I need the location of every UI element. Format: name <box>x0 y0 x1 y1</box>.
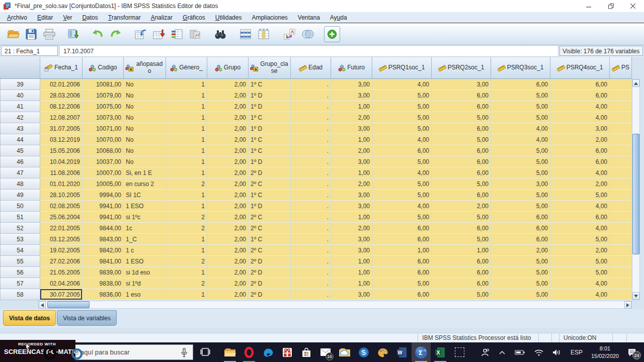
cell-anopasado[interactable]: No <box>124 134 166 145</box>
cell-genero[interactable]: 1 <box>166 167 207 178</box>
cell-value-field[interactable]: 17.10.2007 <box>59 45 558 57</box>
language-indicator[interactable]: ESP <box>566 342 587 362</box>
cell-ps[interactable] <box>610 267 632 278</box>
row-number[interactable]: 41 <box>0 101 40 112</box>
cell-psrq4[interactable]: 5,00 <box>550 267 610 278</box>
cell-fecha[interactable]: 28.03.2006 <box>40 90 83 101</box>
cell-psrq4[interactable]: 3,00 <box>550 123 610 134</box>
scroll-left-arrow-icon[interactable] <box>39 301 46 309</box>
row-number[interactable]: 56 <box>0 267 40 278</box>
cell-psrq3[interactable]: 3,00 <box>491 178 550 190</box>
row-number[interactable]: 52 <box>0 223 40 234</box>
cell-psrq1[interactable]: 5,00 <box>372 101 432 112</box>
cell-psrq4[interactable]: 2,00 <box>550 178 610 190</box>
cell-codigo[interactable]: 9843,00 <box>83 234 124 245</box>
cell-clase[interactable]: 2º C <box>249 245 291 256</box>
row-number[interactable]: 57 <box>0 278 40 289</box>
use-variable-sets-icon[interactable] <box>299 26 317 43</box>
cell-ps[interactable] <box>610 190 632 201</box>
cell-psrq4[interactable]: 6,00 <box>550 212 610 223</box>
vertical-scroll-thumb[interactable] <box>632 134 639 254</box>
row-number[interactable]: 45 <box>0 145 40 156</box>
cell-genero[interactable]: 1 <box>166 267 207 278</box>
cell-genero[interactable]: 1 <box>166 190 207 201</box>
column-header-edad[interactable]: Edad <box>291 57 331 79</box>
cell-clase[interactable]: 2º D <box>249 256 291 267</box>
cell-codigo[interactable]: 10007,00 <box>83 167 124 178</box>
cell-psrq1[interactable]: 5,00 <box>372 278 432 289</box>
cell-edad[interactable]: . <box>291 212 331 223</box>
cell-futuro[interactable]: 3,00 <box>331 234 372 245</box>
cell-edad[interactable]: . <box>291 267 331 278</box>
cell-anopasado[interactable]: 1 ESO <box>124 256 166 267</box>
cell-psrq3[interactable]: 5,00 <box>491 101 550 112</box>
insert-variable-icon[interactable] <box>255 26 273 43</box>
cell-codigo[interactable]: 10081,00 <box>83 79 124 90</box>
cell-anopasado[interactable]: en curso 2 <box>124 178 166 190</box>
cell-fecha[interactable]: 10.04.2019 <box>40 156 83 167</box>
cell-psrq3[interactable]: 5,00 <box>491 112 550 123</box>
cell-psrq3[interactable]: 6,00 <box>491 79 550 90</box>
cell-genero[interactable]: 1 <box>166 79 207 90</box>
menu-archivo[interactable]: Archivo <box>2 14 32 21</box>
minimize-button[interactable] <box>578 0 600 12</box>
cell-ps[interactable] <box>610 123 632 134</box>
cell-psrq3[interactable]: 2,00 <box>491 245 550 256</box>
cell-psrq2[interactable]: 6,00 <box>432 278 491 289</box>
goto-case-icon[interactable] <box>132 26 150 43</box>
cell-ps[interactable] <box>610 156 632 167</box>
row-number[interactable]: 54 <box>0 245 40 256</box>
column-header-genero[interactable]: Género_ <box>166 57 207 79</box>
cell-genero[interactable]: 1 <box>166 201 207 212</box>
menu-ayuda[interactable]: Ayuda <box>325 14 352 21</box>
cell-anopasado[interactable]: si 1d eso <box>124 267 166 278</box>
cell-clase[interactable]: 1º C <box>249 134 291 145</box>
cell-futuro[interactable]: 3,00 <box>331 201 372 212</box>
cell-psrq4[interactable]: 4,00 <box>550 167 610 178</box>
cell-psrq2[interactable]: 6,00 <box>432 145 491 156</box>
undo-icon[interactable] <box>89 26 107 43</box>
cell-fecha[interactable]: 19.02.2005 <box>40 245 83 256</box>
cell-codigo[interactable]: 10037,00 <box>83 156 124 167</box>
cell-futuro[interactable]: 1,00 <box>331 134 372 145</box>
cell-edad[interactable]: . <box>291 256 331 267</box>
excel-icon[interactable]: X <box>431 342 450 362</box>
variables-icon[interactable] <box>168 26 186 43</box>
row-number[interactable]: 48 <box>0 178 40 190</box>
cell-psrq4[interactable]: 6,00 <box>550 79 610 90</box>
cell-clase[interactable]: 1º C <box>249 190 291 201</box>
cell-fecha[interactable]: 28.10.2005 <box>40 190 83 201</box>
spss-icon[interactable]: Σα <box>412 342 431 362</box>
cell-ps[interactable] <box>610 101 632 112</box>
cell-anopasado[interactable]: No <box>124 112 166 123</box>
cell-fecha[interactable]: 31.07.2005 <box>40 123 83 134</box>
cell-edad[interactable]: . <box>291 123 331 134</box>
cell-ps[interactable] <box>610 90 632 101</box>
cell-futuro[interactable]: 1,00 <box>331 212 372 223</box>
cell-psrq4[interactable]: 5,00 <box>550 256 610 267</box>
cell-psrq1[interactable]: 1,00 <box>372 245 432 256</box>
cell-clase[interactable]: 2º C <box>249 212 291 223</box>
column-header-codigo[interactable]: Codigo <box>83 57 124 79</box>
cell-clase[interactable]: 1º C <box>249 145 291 156</box>
cell-futuro[interactable]: 3,00 <box>331 123 372 134</box>
cell-ps[interactable] <box>610 234 632 245</box>
cell-fecha[interactable]: 01.01.2020 <box>40 178 83 190</box>
cell-clase[interactable]: 1º C <box>249 79 291 90</box>
microsoft-store-icon[interactable] <box>297 342 316 362</box>
cell-edad[interactable]: . <box>291 167 331 178</box>
cell-fecha[interactable]: 25.06.2004 <box>40 212 83 223</box>
cell-grupo[interactable]: 2,00 <box>207 101 249 112</box>
column-header-psrq4[interactable]: PSRQ4soc_1 <box>550 57 610 79</box>
clock[interactable]: 8:01 15/02/2020 <box>587 345 623 359</box>
cell-psrq1[interactable]: 4,00 <box>372 134 432 145</box>
cell-grupo[interactable]: 2,00 <box>207 223 249 234</box>
cell-edad[interactable]: . <box>291 190 331 201</box>
cell-psrq3[interactable]: 5,00 <box>491 278 550 289</box>
cell-psrq4[interactable]: 6,00 <box>550 90 610 101</box>
cell-psrq2[interactable]: 6,00 <box>432 90 491 101</box>
cell-psrq4[interactable]: 5,00 <box>550 234 610 245</box>
cell-futuro[interactable]: 3,00 <box>331 79 372 90</box>
cell-edad[interactable]: . <box>291 223 331 234</box>
column-header-psrq2[interactable]: PSRQ2soc_1 <box>432 57 491 79</box>
